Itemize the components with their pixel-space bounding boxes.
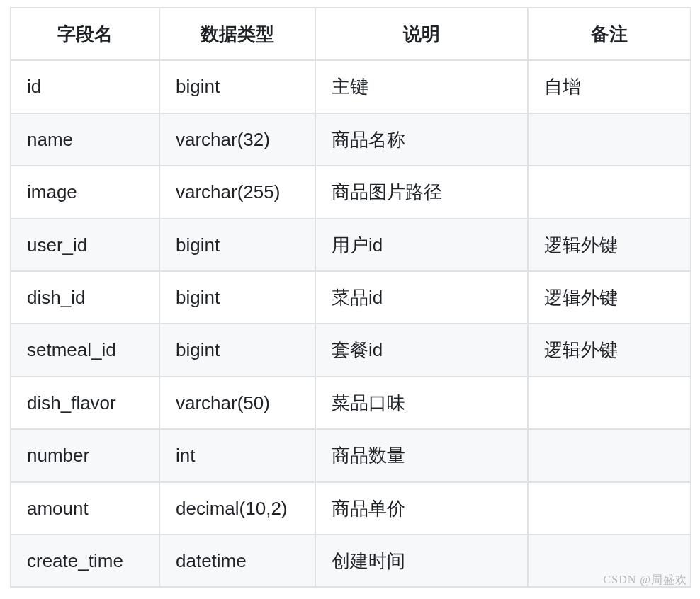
table-row: id bigint 主键 自增: [11, 60, 691, 113]
cell-type: bigint: [159, 219, 315, 271]
cell-field: dish_id: [11, 271, 159, 324]
col-header-note: 备注: [528, 8, 691, 60]
table-row: name varchar(32) 商品名称: [11, 113, 691, 166]
cell-type: int: [159, 429, 315, 481]
cell-type: varchar(255): [159, 166, 315, 218]
watermark-text: CSDN @周盛欢: [604, 573, 687, 588]
cell-desc: 商品单价: [315, 482, 528, 535]
cell-desc: 用户id: [315, 219, 528, 271]
cell-note: 自增: [528, 60, 691, 113]
cell-note: [528, 113, 691, 166]
cell-desc: 菜品id: [315, 271, 528, 324]
cell-desc: 套餐id: [315, 324, 528, 376]
table-row: create_time datetime 创建时间: [11, 535, 691, 587]
col-header-field: 字段名: [11, 8, 159, 60]
cell-field: image: [11, 166, 159, 218]
cell-note: [528, 482, 691, 535]
col-header-type: 数据类型: [159, 8, 315, 60]
cell-desc: 创建时间: [315, 535, 528, 587]
cell-note: [528, 166, 691, 218]
table-row: dish_flavor varchar(50) 菜品口味: [11, 377, 691, 429]
cell-field: create_time: [11, 535, 159, 587]
cell-field: amount: [11, 482, 159, 535]
cell-note: [528, 429, 691, 481]
cell-note: 逻辑外键: [528, 324, 691, 376]
table-row: dish_id bigint 菜品id 逻辑外键: [11, 271, 691, 324]
cell-field: name: [11, 113, 159, 166]
table-row: setmeal_id bigint 套餐id 逻辑外键: [11, 324, 691, 376]
cell-note: [528, 377, 691, 429]
cell-type: bigint: [159, 324, 315, 376]
table-row: user_id bigint 用户id 逻辑外键: [11, 219, 691, 271]
cell-note: 逻辑外键: [528, 219, 691, 271]
cell-note: 逻辑外键: [528, 271, 691, 324]
cell-field: id: [11, 60, 159, 113]
table-row: number int 商品数量: [11, 429, 691, 481]
cell-type: datetime: [159, 535, 315, 587]
cell-type: bigint: [159, 271, 315, 324]
cell-type: decimal(10,2): [159, 482, 315, 535]
cell-desc: 商品数量: [315, 429, 528, 481]
schema-table: 字段名 数据类型 说明 备注 id bigint 主键 自增 name varc…: [10, 7, 691, 588]
cell-desc: 商品名称: [315, 113, 528, 166]
table-row: amount decimal(10,2) 商品单价: [11, 482, 691, 535]
cell-field: number: [11, 429, 159, 481]
cell-type: varchar(50): [159, 377, 315, 429]
col-header-desc: 说明: [315, 8, 528, 60]
cell-field: setmeal_id: [11, 324, 159, 376]
cell-type: bigint: [159, 60, 315, 113]
cell-type: varchar(32): [159, 113, 315, 166]
cell-field: user_id: [11, 219, 159, 271]
cell-desc: 菜品口味: [315, 377, 528, 429]
table-header-row: 字段名 数据类型 说明 备注: [11, 8, 691, 60]
cell-desc: 商品图片路径: [315, 166, 528, 218]
cell-desc: 主键: [315, 60, 528, 113]
cell-field: dish_flavor: [11, 377, 159, 429]
table-row: image varchar(255) 商品图片路径: [11, 166, 691, 218]
